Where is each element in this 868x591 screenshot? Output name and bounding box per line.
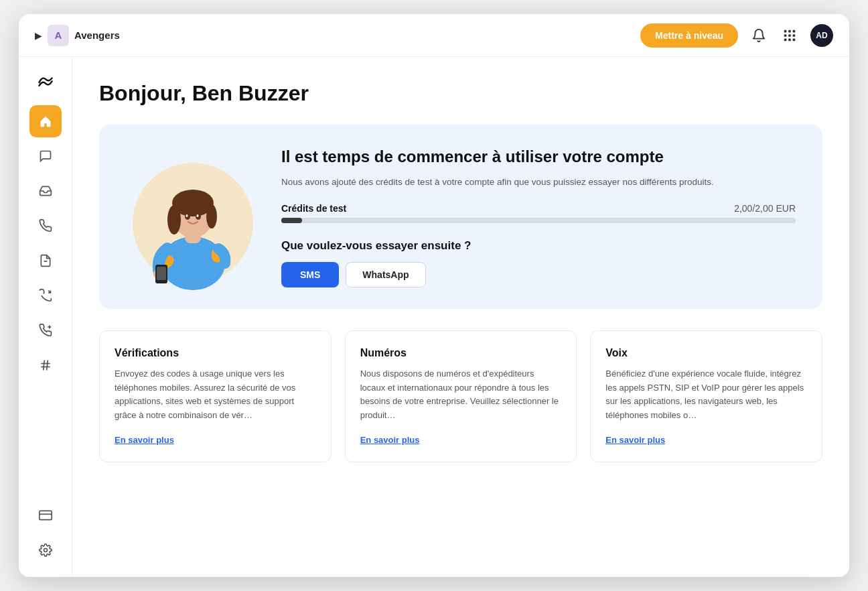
sidebar-item-phone-settings[interactable] [29,314,62,346]
user-avatar[interactable]: AD [810,24,833,47]
svg-rect-5 [793,34,796,37]
hero-illustration-svg [126,149,260,290]
hero-illustration [126,149,260,283]
svg-rect-8 [793,38,796,41]
svg-rect-3 [784,34,787,37]
voix-card-link[interactable]: En savoir plus [605,435,665,445]
phone-settings-icon [39,324,52,337]
brand-logo-icon [35,72,56,93]
grid-button[interactable] [780,25,800,46]
verifications-card-title: Vérifications [115,347,316,359]
numeros-card-title: Numéros [360,347,562,359]
svg-point-35 [197,214,199,217]
sidebar-item-whatsapp[interactable] [29,210,62,242]
svg-point-19 [44,549,47,552]
svg-rect-6 [784,38,787,41]
numeros-card-link[interactable]: En savoir plus [360,435,420,445]
voix-card-title: Voix [605,347,807,359]
svg-point-34 [186,214,188,217]
progress-bar-fill [281,218,302,223]
sms-button[interactable]: SMS [281,262,339,287]
workspace-name: Avengers [74,29,120,41]
svg-line-16 [46,360,48,371]
card-icon [39,509,52,522]
credits-value: 2,00/2,00 EUR [734,203,796,214]
hero-content: Il est temps de commencer à utiliser vot… [281,146,796,287]
hero-title: Il est temps de commencer à utiliser vot… [281,146,796,167]
topbar-right: Mettre à niveau [640,23,833,48]
sidebar-item-chat[interactable] [29,140,62,172]
svg-point-27 [167,205,181,235]
home-icon [39,115,52,128]
sidebar-logo [31,68,60,97]
whatsapp-icon [39,219,52,233]
bell-icon [751,28,766,43]
sidebar-item-inbox[interactable] [29,175,62,207]
notifications-button[interactable] [749,25,769,46]
chat-icon [39,149,52,163]
credits-label: Crédits de test [281,203,346,214]
numeros-card: Numéros Nous disposons de numéros et d'e… [345,330,577,462]
settings-icon [39,543,52,557]
workspace-avatar: A [48,25,69,46]
content-area: Bonjour, Ben Buzzer [72,57,849,577]
main-layout: Bonjour, Ben Buzzer [19,57,849,577]
svg-rect-31 [157,267,166,280]
voix-card-text: Bénéficiez d'une expérience vocale fluid… [605,367,807,423]
hero-card: Il est temps de commencer à utiliser vot… [99,125,822,309]
verifications-card-text: Envoyez des codes à usage unique vers le… [115,367,316,423]
numeros-card-text: Nous disposons de numéros et d'expéditeu… [360,367,562,423]
svg-line-15 [43,360,44,371]
verifications-card: Vérifications Envoyez des codes à usage … [99,330,332,462]
phone-arrow-icon [39,289,52,302]
sidebar-item-calls[interactable] [29,279,62,312]
svg-rect-2 [793,29,796,32]
whatsapp-button[interactable]: WhatsApp [346,262,425,287]
hero-subtitle: Nous avons ajouté des crédits de test à … [281,175,796,190]
sidebar-item-hash[interactable] [29,349,62,381]
svg-rect-1 [788,29,791,32]
sidebar-item-home[interactable] [29,105,62,137]
svg-rect-4 [788,34,791,37]
phonebook-icon [39,254,52,267]
upgrade-button[interactable]: Mettre à niveau [640,23,738,48]
hash-icon [39,358,52,372]
sidebar-item-phonebook[interactable] [29,245,62,277]
progress-bar-background [281,218,796,223]
topbar-left: ▶ A Avengers [35,25,632,46]
sidebar-item-card[interactable] [29,499,62,531]
sidebar-item-settings[interactable] [29,534,62,566]
grid-icon [782,28,797,43]
sidebar [19,57,72,577]
try-buttons: SMS WhatsApp [281,262,796,287]
bottom-cards: Vérifications Envoyez des codes à usage … [99,330,822,462]
page-title: Bonjour, Ben Buzzer [99,81,822,106]
verifications-card-link[interactable]: En savoir plus [115,435,174,445]
inbox-icon [39,184,52,198]
svg-point-28 [206,204,217,228]
voix-card: Voix Bénéficiez d'une expérience vocale … [590,330,822,462]
try-label: Que voulez-vous essayer ensuite ? [281,239,796,253]
topbar: ▶ A Avengers Mettre à niveau [19,14,849,57]
credits-row: Crédits de test 2,00/2,00 EUR [281,203,796,214]
svg-rect-7 [788,38,791,41]
svg-rect-17 [39,511,51,519]
svg-rect-0 [784,29,787,32]
chevron-icon[interactable]: ▶ [35,30,42,41]
